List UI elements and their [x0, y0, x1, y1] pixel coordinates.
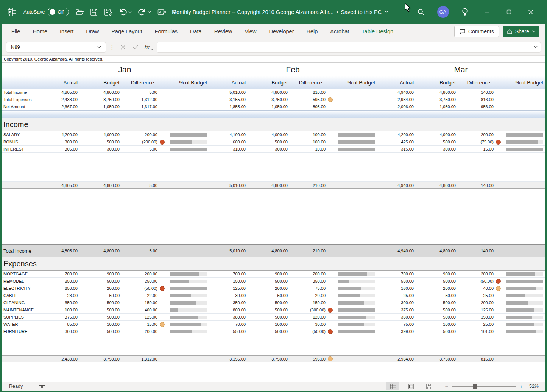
empty-cell[interactable] — [419, 257, 461, 270]
cell[interactable]: 150.00 — [293, 299, 335, 306]
cell[interactable]: (50.00) — [293, 328, 335, 335]
cell[interactable]: 2,367.00 — [41, 103, 83, 110]
empty-cell[interactable] — [461, 257, 503, 270]
empty-cell[interactable] — [419, 153, 461, 160]
cell[interactable]: 100.00 — [41, 306, 83, 313]
cell[interactable]: 4,940.00 — [377, 182, 419, 188]
cell[interactable]: 700.00 — [377, 271, 419, 277]
empty-cell[interactable] — [209, 153, 251, 160]
cell[interactable]: 315.00 — [377, 146, 419, 152]
cell[interactable]: 800.00 — [209, 306, 251, 313]
cell[interactable] — [167, 278, 209, 285]
cell[interactable]: 4,940.00 — [377, 245, 419, 257]
empty-cell[interactable] — [503, 111, 545, 118]
cell[interactable]: 4,800.00 — [419, 245, 461, 257]
empty-cell[interactable] — [461, 335, 503, 355]
empty-cell[interactable] — [41, 153, 83, 160]
cell[interactable] — [335, 146, 377, 152]
cell[interactable] — [335, 271, 377, 277]
cell[interactable]: 125.00 — [209, 285, 251, 292]
formula-input[interactable] — [157, 42, 541, 53]
cell[interactable]: 200.00 — [125, 271, 167, 277]
cell[interactable]: 1,050.00 — [83, 103, 125, 110]
cell[interactable]: 50.00 — [83, 292, 125, 299]
cell[interactable]: 200.00 — [83, 285, 125, 292]
cell[interactable]: - — [377, 237, 419, 244]
cell[interactable]: 1,050.00 — [419, 103, 461, 110]
empty-cell[interactable] — [41, 362, 83, 370]
empty-cell[interactable] — [41, 189, 83, 237]
cell[interactable]: 500.00 — [83, 314, 125, 320]
empty-cell[interactable] — [251, 118, 293, 131]
cell[interactable]: 100.00 — [83, 321, 125, 328]
empty-cell[interactable] — [461, 160, 503, 167]
cell[interactable] — [335, 131, 377, 138]
tab-table-design[interactable]: Table Design — [362, 28, 393, 34]
empty-cell[interactable] — [419, 160, 461, 167]
cell[interactable]: 22.00 — [125, 292, 167, 299]
cell[interactable]: 2,934.00 — [377, 96, 419, 103]
empty-cell[interactable] — [251, 362, 293, 370]
tab-help[interactable]: Help — [307, 28, 318, 34]
cell[interactable]: 200.00 — [461, 299, 503, 306]
cell[interactable]: 4,940.00 — [377, 89, 419, 96]
cell[interactable]: 500.00 — [419, 314, 461, 320]
cell[interactable] — [335, 89, 377, 96]
empty-cell[interactable] — [377, 160, 419, 167]
cell[interactable]: 100.00 — [293, 131, 335, 138]
cell[interactable]: 120.00 — [293, 314, 335, 320]
cell[interactable]: 5,010.00 — [209, 245, 251, 257]
cell[interactable]: 4,000.00 — [83, 131, 125, 138]
save-icon[interactable] — [90, 8, 98, 16]
empty-cell[interactable] — [167, 362, 209, 370]
tab-insert[interactable]: Insert — [60, 28, 73, 34]
tab-acrobat[interactable]: Acrobat — [330, 28, 349, 34]
empty-cell[interactable] — [125, 111, 167, 118]
cell[interactable]: 3,155.00 — [209, 96, 251, 103]
empty-cell[interactable] — [335, 370, 377, 382]
cell[interactable] — [335, 103, 377, 110]
tab-page-layout[interactable]: Page Layout — [111, 28, 142, 34]
empty-cell[interactable] — [209, 118, 251, 131]
cancel-entry-button[interactable] — [118, 42, 128, 52]
empty-cell[interactable] — [335, 160, 377, 167]
empty-cell[interactable] — [335, 111, 377, 118]
cell[interactable]: 15.00 — [461, 146, 503, 152]
cell[interactable]: 350.00 — [209, 299, 251, 306]
cell[interactable]: 1,317.00 — [125, 103, 167, 110]
cell[interactable]: 595.00 — [293, 96, 335, 103]
redo-button[interactable] — [138, 8, 151, 16]
cell[interactable]: 30.00 — [293, 321, 335, 328]
cell[interactable] — [335, 356, 377, 362]
empty-cell[interactable] — [209, 167, 251, 174]
empty-cell[interactable] — [83, 370, 125, 382]
cell[interactable]: 1,312.00 — [125, 356, 167, 362]
cell[interactable]: 100.00 — [293, 138, 335, 145]
cell[interactable]: 425.00 — [377, 138, 419, 145]
cell[interactable]: 100.00 — [419, 321, 461, 328]
empty-cell[interactable] — [251, 153, 293, 160]
empty-cell[interactable] — [167, 160, 209, 167]
empty-cell[interactable] — [461, 189, 503, 237]
cell[interactable]: - — [251, 237, 293, 244]
cell[interactable]: 1,050.00 — [251, 103, 293, 110]
cell[interactable]: 200.00 — [419, 285, 461, 292]
share-button[interactable]: Share — [503, 26, 539, 37]
cell[interactable] — [167, 146, 209, 152]
cell[interactable]: 4,800.00 — [419, 182, 461, 188]
empty-cell[interactable] — [125, 362, 167, 370]
saved-status[interactable]: Saved to this PC — [341, 9, 382, 15]
cell[interactable] — [503, 306, 545, 313]
empty-cell[interactable] — [167, 174, 209, 181]
empty-cell[interactable] — [335, 189, 377, 237]
cell[interactable]: 20.00 — [293, 292, 335, 299]
empty-cell[interactable] — [503, 167, 545, 174]
empty-cell[interactable] — [419, 189, 461, 237]
cell[interactable]: 75.00 — [377, 321, 419, 328]
empty-cell[interactable] — [335, 335, 377, 355]
empty-cell[interactable] — [335, 362, 377, 370]
cell[interactable]: 4,800.00 — [83, 182, 125, 188]
empty-cell[interactable] — [167, 118, 209, 131]
normal-view-button[interactable] — [386, 382, 399, 390]
page-break-preview-button[interactable] — [423, 382, 436, 390]
